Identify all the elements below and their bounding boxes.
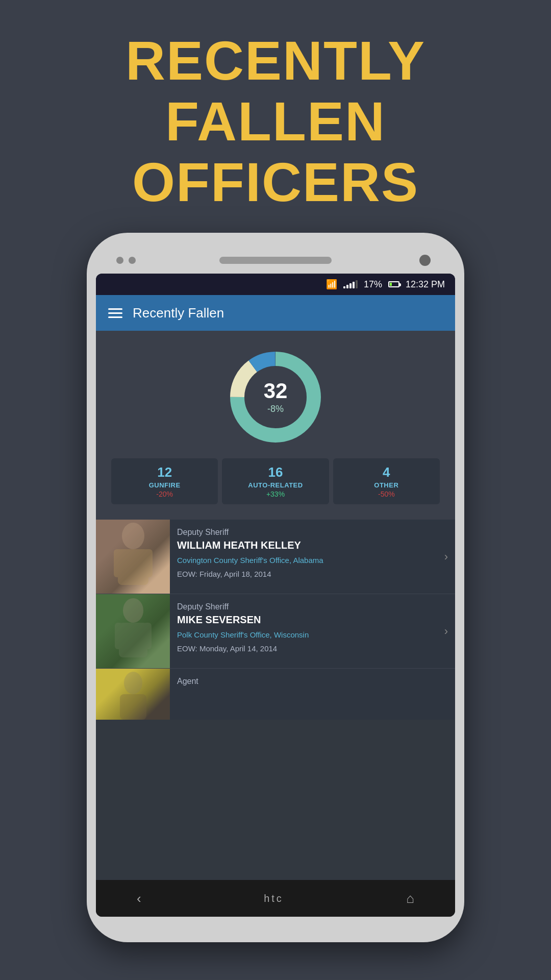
- stat-auto-number: 16: [226, 464, 324, 480]
- officer-photo-3: [96, 669, 170, 720]
- officer-info-3: Agent: [170, 669, 455, 720]
- back-button[interactable]: ‹: [137, 891, 141, 906]
- svg-rect-6: [114, 549, 123, 577]
- stat-gunfire-label: GUNFIRE: [115, 481, 214, 489]
- phone-dot-2: [129, 257, 136, 264]
- officer-item-1[interactable]: Deputy Sheriff WILLIAM HEATH KELLEY Covi…: [96, 520, 455, 594]
- battery-percent: 17%: [364, 279, 382, 290]
- page-title: RECENTLY FALLEN OFFICERS: [41, 31, 510, 212]
- donut-total: 32: [264, 380, 288, 402]
- app-bar-title: Recently Fallen: [133, 305, 224, 321]
- officer-chevron-1: ›: [444, 550, 448, 564]
- phone-dot-1: [116, 257, 123, 264]
- officer-rank-2: Deputy Sheriff: [177, 602, 448, 611]
- officer-name-1: WILLIAM HEATH KELLEY: [177, 539, 448, 551]
- page-header: RECENTLY FALLEN OFFICERS: [0, 0, 551, 233]
- phone-speaker: [219, 257, 332, 264]
- donut-change: -8%: [264, 404, 288, 414]
- officer-silhouette-1: [113, 520, 154, 594]
- stat-gunfire-change: -20%: [115, 490, 214, 498]
- officer-agency-1: Covington County Sheriff's Office, Alaba…: [177, 555, 448, 566]
- officer-agency-2: Polk County Sheriff's Office, Wisconsin: [177, 630, 448, 640]
- signal-bar-3: [349, 283, 352, 288]
- svg-rect-11: [143, 623, 152, 649]
- phone-bottom-nav: ‹ htc ⌂: [96, 880, 455, 917]
- signal-bar-4: [353, 282, 355, 288]
- status-bar: 📶 17% 12:32 PM: [96, 274, 455, 295]
- svg-point-4: [122, 523, 144, 549]
- phone-top-bezel: [96, 247, 455, 274]
- svg-rect-7: [143, 549, 153, 577]
- officer-item-3[interactable]: Agent: [96, 669, 455, 720]
- home-button[interactable]: ⌂: [406, 891, 414, 906]
- officer-list: Deputy Sheriff WILLIAM HEATH KELLEY Covi…: [96, 520, 455, 880]
- phone-dots: [116, 257, 136, 264]
- officer-item-2[interactable]: Deputy Sheriff MIKE SEVERSEN Polk County…: [96, 594, 455, 669]
- officer-rank-3: Agent: [177, 677, 448, 686]
- title-line1: RECENTLY FALLEN: [126, 30, 425, 152]
- clock: 12:32 PM: [406, 279, 445, 290]
- stat-auto-change: +33%: [226, 490, 324, 498]
- svg-point-12: [124, 672, 142, 694]
- stat-other-number: 4: [337, 464, 436, 480]
- phone-frame: 📶 17% 12:32 PM Recently Fallen: [87, 233, 464, 942]
- signal-bar-1: [343, 286, 345, 288]
- chart-section: 32 -8% 12 GUNFIRE -20% 16 AUTO-RELATED +…: [96, 331, 455, 520]
- title-line2: OFFICERS: [132, 151, 419, 213]
- officer-chevron-2: ›: [444, 625, 448, 638]
- app-content: 32 -8% 12 GUNFIRE -20% 16 AUTO-RELATED +…: [96, 331, 455, 880]
- svg-rect-13: [120, 694, 146, 720]
- svg-point-8: [123, 598, 143, 623]
- donut-chart: 32 -8%: [224, 346, 327, 448]
- app-header: Recently Fallen: [96, 295, 455, 331]
- svg-rect-9: [119, 623, 147, 657]
- officer-eow-1: EOW: Friday, April 18, 2014: [177, 570, 448, 578]
- stat-auto-label: AUTO-RELATED: [226, 481, 324, 489]
- stat-other: 4 OTHER -50%: [333, 458, 440, 504]
- phone-screen: 📶 17% 12:32 PM Recently Fallen: [96, 274, 455, 917]
- htc-logo: htc: [264, 893, 284, 904]
- stat-other-label: OTHER: [337, 481, 436, 489]
- officer-info-2: Deputy Sheriff MIKE SEVERSEN Polk County…: [170, 594, 455, 668]
- officer-silhouette-2: [113, 594, 154, 668]
- stat-other-change: -50%: [337, 490, 436, 498]
- donut-center: 32 -8%: [264, 380, 288, 414]
- officer-silhouette-3: [113, 669, 154, 720]
- officer-info-1: Deputy Sheriff WILLIAM HEATH KELLEY Covi…: [170, 520, 455, 594]
- signal-bar-2: [346, 285, 348, 288]
- stat-gunfire-number: 12: [115, 464, 214, 480]
- battery-icon: [388, 281, 399, 287]
- officer-name-2: MIKE SEVERSEN: [177, 614, 448, 626]
- phone-camera: [419, 255, 431, 266]
- stats-row: 12 GUNFIRE -20% 16 AUTO-RELATED +33% 4 O…: [106, 458, 445, 509]
- stat-gunfire: 12 GUNFIRE -20%: [111, 458, 218, 504]
- officer-photo-2: [96, 594, 170, 668]
- wifi-icon: 📶: [326, 279, 337, 290]
- officer-eow-2: EOW: Monday, April 14, 2014: [177, 644, 448, 653]
- hamburger-line-2: [108, 312, 122, 314]
- hamburger-line-3: [108, 316, 122, 318]
- hamburger-line-1: [108, 308, 122, 310]
- signal-bar-5: [356, 280, 358, 288]
- stat-auto: 16 AUTO-RELATED +33%: [222, 458, 329, 504]
- officer-rank-1: Deputy Sheriff: [177, 528, 448, 537]
- officer-photo-1: [96, 520, 170, 594]
- svg-rect-10: [115, 623, 123, 649]
- signal-bars: [343, 280, 358, 288]
- hamburger-menu[interactable]: [108, 308, 122, 318]
